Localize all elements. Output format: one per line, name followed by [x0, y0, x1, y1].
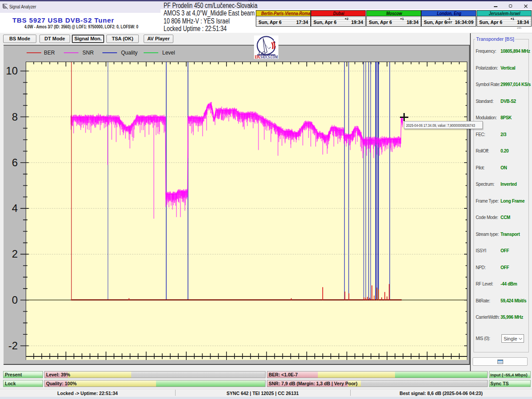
svg-text:DX: DX	[255, 55, 261, 59]
svg-text:SATCS.COM: SATCS.COM	[261, 55, 278, 59]
